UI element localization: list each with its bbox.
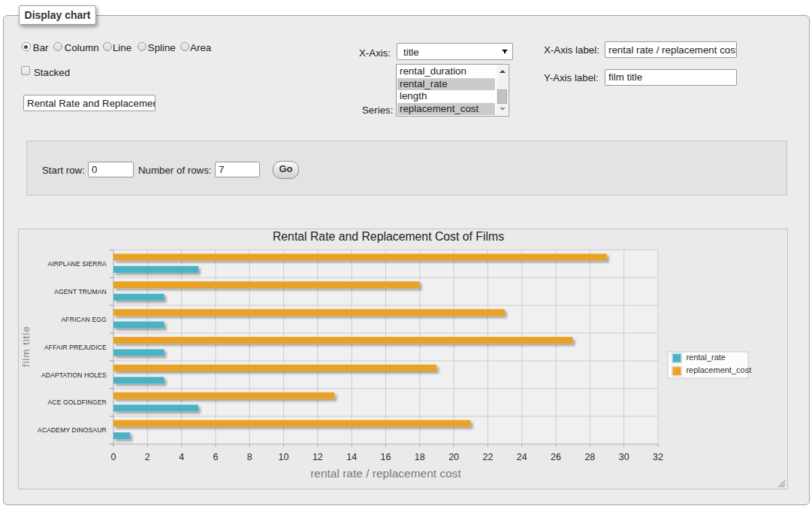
svg-text:ADAPTATION HOLES: ADAPTATION HOLES	[41, 371, 107, 379]
svg-text:32: 32	[653, 452, 663, 462]
svg-text:Rental Rate and Replacement Co: Rental Rate and Replacement Cost of Film…	[273, 230, 504, 243]
svg-text:AIRPLANE SIERRA: AIRPLANE SIERRA	[47, 260, 107, 268]
svg-text:8: 8	[247, 452, 252, 462]
svg-text:4: 4	[179, 452, 184, 462]
svg-text:AFRICAN EGG: AFRICAN EGG	[61, 316, 107, 323]
svg-text:24: 24	[517, 452, 527, 462]
svg-text:0: 0	[111, 452, 116, 462]
svg-text:14: 14	[346, 452, 357, 462]
svg-text:ACE GOLDFINGER: ACE GOLDFINGER	[48, 398, 107, 406]
svg-text:6: 6	[213, 452, 218, 462]
svg-text:20: 20	[448, 452, 459, 462]
svg-text:replacement_cost: replacement_cost	[686, 365, 751, 374]
svg-text:AFFAIR PREJUDICE: AFFAIR PREJUDICE	[44, 344, 107, 351]
svg-text:AGENT TRUMAN: AGENT TRUMAN	[54, 288, 107, 295]
svg-text:12: 12	[312, 452, 323, 462]
svg-text:rental_rate: rental_rate	[686, 353, 726, 362]
svg-text:22: 22	[482, 452, 493, 462]
svg-text:26: 26	[551, 452, 561, 462]
svg-text:30: 30	[619, 452, 629, 462]
svg-text:18: 18	[415, 452, 425, 462]
svg-text:16: 16	[381, 452, 391, 462]
svg-text:ACADEMY DINOSAUR: ACADEMY DINOSAUR	[38, 426, 107, 434]
svg-text:28: 28	[584, 452, 595, 462]
svg-text:2: 2	[145, 452, 150, 462]
svg-text:10: 10	[279, 452, 289, 462]
svg-text:rental rate / replacement cost: rental rate / replacement cost	[310, 467, 461, 480]
svg-text:film title: film title	[20, 326, 32, 367]
